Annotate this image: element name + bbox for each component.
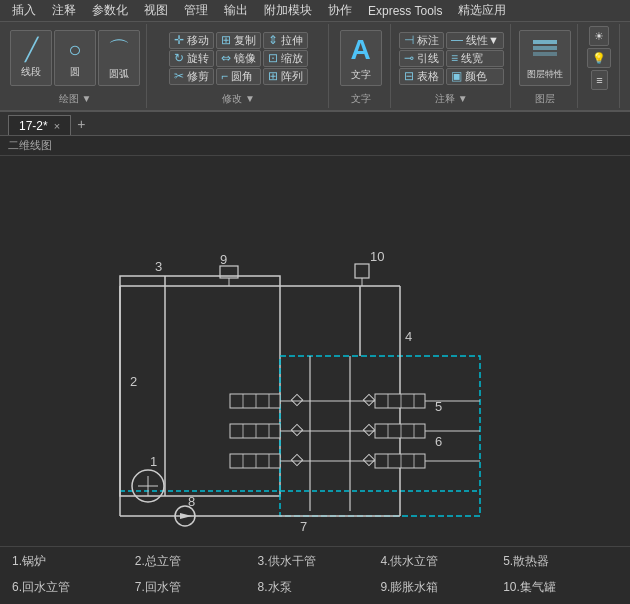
draw-group-label: 绘图 ▼ xyxy=(59,90,92,106)
leader-icon: ⊸ xyxy=(404,51,414,65)
menu-collab[interactable]: 协作 xyxy=(320,0,360,21)
tab-drawing[interactable]: 17-2* × xyxy=(8,115,71,135)
ribbon-btn-text[interactable]: A 文字 xyxy=(340,30,382,86)
text-icon: A xyxy=(350,34,370,66)
color-icon: ▣ xyxy=(451,69,462,83)
ribbon-btn-lineweight[interactable]: ≡线宽 xyxy=(446,50,504,67)
line-label: 线段 xyxy=(21,65,41,79)
svg-text:1: 1 xyxy=(150,454,157,469)
legend-item-6: 6.回水立管 xyxy=(12,579,127,601)
ribbon-btn-table[interactable]: ⊟表格 xyxy=(399,68,444,85)
ribbon-btn-leader[interactable]: ⊸引线 xyxy=(399,50,444,67)
ribbon-btn-array[interactable]: ⊞阵列 xyxy=(263,68,308,85)
ribbon-btn-mirror[interactable]: ⇔镜像 xyxy=(216,50,261,67)
svg-rect-34 xyxy=(230,454,280,468)
modify-col-1: ✛移动 ↻旋转 ✂修剪 xyxy=(169,32,214,85)
annot-col-1: ⊣标注 ⊸引线 ⊟表格 xyxy=(399,32,444,85)
svg-rect-38 xyxy=(375,454,425,468)
ribbon-btn-line[interactable]: ╱ 线段 xyxy=(10,30,52,86)
tab-label: 17-2* xyxy=(19,119,48,133)
menu-insert[interactable]: 插入 xyxy=(4,0,44,21)
text-label: 文字 xyxy=(351,68,371,82)
svg-text:9: 9 xyxy=(220,252,227,267)
ribbon-group-text: A 文字 文字 xyxy=(331,24,391,108)
ribbon-btn-layer[interactable]: 图层特性 xyxy=(519,30,571,86)
modify-col-3: ⇕拉伸 ⊡缩放 ⊞阵列 xyxy=(263,32,308,85)
svg-rect-2 xyxy=(533,52,557,56)
ribbon-btn-circle[interactable]: ○ 圆 xyxy=(54,30,96,86)
legend-item-2: 2.总立管 xyxy=(135,553,250,575)
ribbon-btn-dimension[interactable]: ⊣标注 xyxy=(399,32,444,49)
ribbon-btn-scale[interactable]: ⊡缩放 xyxy=(263,50,308,67)
annot-col-2: —线性▼ ≡线宽 ▣颜色 xyxy=(446,32,504,85)
ribbon-btn-sun[interactable]: ☀ xyxy=(589,26,609,46)
legend: 1.锅炉 2.总立管 3.供水干管 4.供水立管 5.散热器 6.回水立管 7.… xyxy=(0,546,630,604)
circle-icon: ○ xyxy=(68,37,81,63)
ribbon-draw-buttons: ╱ 线段 ○ 圆 ⌒ 圆弧 xyxy=(10,26,140,90)
svg-text:7: 7 xyxy=(300,519,307,534)
ribbon-btn-move[interactable]: ✛移动 xyxy=(169,32,214,49)
ribbon-btn-trim[interactable]: ✂修剪 xyxy=(169,68,214,85)
tab-close-button[interactable]: × xyxy=(54,120,60,132)
menu-bar: 插入 注释 参数化 视图 管理 输出 附加模块 协作 Express Tools… xyxy=(0,0,630,22)
ribbon-btn-copy[interactable]: ⊞复制 xyxy=(216,32,261,49)
svg-text:6: 6 xyxy=(435,434,442,449)
ribbon-layer-buttons: 图层特性 xyxy=(519,26,571,90)
legend-item-1: 1.锅炉 xyxy=(12,553,127,575)
line-icon: ╱ xyxy=(25,37,38,63)
mirror-icon: ⇔ xyxy=(221,51,231,65)
trim-icon: ✂ xyxy=(174,69,184,83)
ribbon-btn-color[interactable]: ▣颜色 xyxy=(446,68,504,85)
canvas-area[interactable]: 1 2 3 4 5 6 7 8 9 10 xyxy=(0,156,630,546)
legend-item-3: 3.供水干管 xyxy=(258,553,373,575)
ribbon-group-draw: ╱ 线段 ○ 圆 ⌒ 圆弧 绘图 ▼ xyxy=(4,24,147,108)
ribbon-annot-buttons: ⊣标注 ⊸引线 ⊟表格 —线性▼ ≡线宽 ▣颜色 xyxy=(399,26,504,90)
svg-text:2: 2 xyxy=(130,374,137,389)
menu-express[interactable]: Express Tools xyxy=(360,2,450,20)
ribbon-btn-fillet[interactable]: ⌐圆角 xyxy=(216,68,261,85)
legend-item-9: 9.膨胀水箱 xyxy=(380,579,495,601)
menu-featured[interactable]: 精选应用 xyxy=(450,0,514,21)
fillet-icon: ⌐ xyxy=(221,69,228,83)
svg-rect-3 xyxy=(0,156,630,546)
table-icon: ⊟ xyxy=(404,69,414,83)
ribbon-group-props: ☀ 💡 ≡ xyxy=(580,24,620,108)
lineweight-icon: ≡ xyxy=(451,51,458,65)
svg-rect-0 xyxy=(533,40,557,44)
modify-col-2: ⊞复制 ⇔镜像 ⌐圆角 xyxy=(216,32,261,85)
svg-text:3: 3 xyxy=(155,259,162,274)
menu-annotation[interactable]: 注释 xyxy=(44,0,84,21)
diagram-svg: 1 2 3 4 5 6 7 8 9 10 xyxy=(0,156,630,546)
ribbon-group-annotation: ⊣标注 ⊸引线 ⊟表格 —线性▼ ≡线宽 ▣颜色 注释 ▼ xyxy=(393,24,511,108)
menu-parametric[interactable]: 参数化 xyxy=(84,0,136,21)
move-icon: ✛ xyxy=(174,33,184,47)
layer-group-label: 图层 xyxy=(535,90,555,106)
menu-view[interactable]: 视图 xyxy=(136,0,176,21)
ribbon-btn-linestyle[interactable]: —线性▼ xyxy=(446,32,504,49)
annot-group-label: 注释 ▼ xyxy=(435,90,468,106)
ribbon-btn-layers-stack[interactable]: ≡ xyxy=(591,70,607,90)
scale-icon: ⊡ xyxy=(268,51,278,65)
svg-text:10: 10 xyxy=(370,249,384,264)
menu-output[interactable]: 输出 xyxy=(216,0,256,21)
ribbon-btn-arc[interactable]: ⌒ 圆弧 xyxy=(98,30,140,86)
arc-label: 圆弧 xyxy=(109,67,129,81)
layer-label: 图层特性 xyxy=(527,68,563,81)
ribbon-btn-bulb[interactable]: 💡 xyxy=(587,48,611,68)
linestyle-icon: — xyxy=(451,33,463,47)
svg-rect-30 xyxy=(375,424,425,438)
ribbon-btn-stretch[interactable]: ⇕拉伸 xyxy=(263,32,308,49)
svg-text:5: 5 xyxy=(435,399,442,414)
legend-item-7: 7.回水管 xyxy=(135,579,250,601)
svg-text:4: 4 xyxy=(405,329,412,344)
menu-addons[interactable]: 附加模块 xyxy=(256,0,320,21)
ribbon: ╱ 线段 ○ 圆 ⌒ 圆弧 绘图 ▼ ✛移动 ↻旋转 ✂修剪 ⊞复制 ⇔镜像 xyxy=(0,22,630,112)
legend-item-5: 5.散热器 xyxy=(503,553,618,575)
stretch-icon: ⇕ xyxy=(268,33,278,47)
svg-rect-22 xyxy=(375,394,425,408)
copy-icon: ⊞ xyxy=(221,33,231,47)
breadcrumb: 二维线图 xyxy=(0,136,630,156)
menu-manage[interactable]: 管理 xyxy=(176,0,216,21)
ribbon-btn-rotate[interactable]: ↻旋转 xyxy=(169,50,214,67)
add-tab-button[interactable]: + xyxy=(71,113,91,135)
